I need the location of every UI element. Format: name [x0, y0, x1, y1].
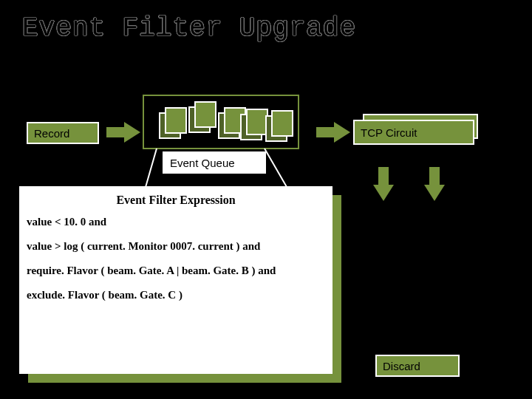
arrow-right-icon	[124, 122, 140, 143]
expression-line: value < 10. 0 and	[27, 216, 325, 228]
record-node: Record	[27, 122, 99, 144]
expression-line: exclude. Flavor ( beam. Gate. C )	[27, 289, 325, 301]
arrow-down-icon	[373, 185, 394, 201]
page-title: Event Filter Upgrade	[22, 13, 356, 44]
expression-heading: Event Filter Expression	[27, 194, 325, 207]
expression-panel: Event Filter Expression value < 10. 0 an…	[19, 186, 332, 374]
arrow-right-icon	[334, 122, 350, 143]
arrow-down-icon	[424, 185, 445, 201]
tcp-circuit-node: TCP Circuit	[353, 120, 474, 145]
event-queue-frame	[143, 95, 299, 149]
discard-node: Discard	[375, 355, 460, 377]
expression-line: require. Flavor ( beam. Gate. A | beam. …	[27, 265, 325, 277]
event-queue-label: Event Queue	[163, 151, 266, 174]
expression-line: value > log ( current. Monitor 0007. cur…	[27, 240, 325, 253]
